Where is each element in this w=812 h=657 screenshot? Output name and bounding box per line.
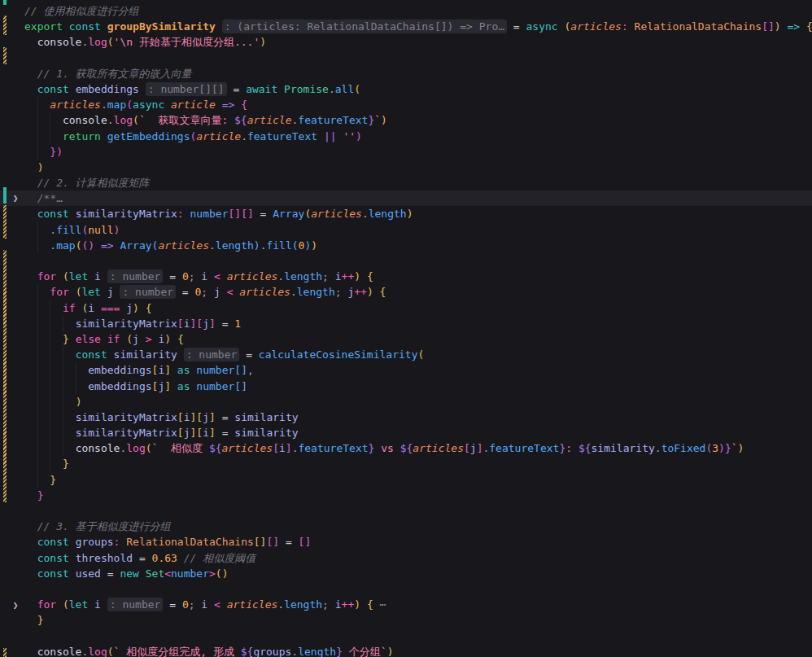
code-line[interactable] [0,253,812,269]
code-token: { [380,286,386,298]
code-line-text: // 1. 获取所有文章的嵌入向量 [24,68,192,80]
code-line[interactable]: // 使用相似度进行分组 [0,3,812,19]
code-token: ; [189,270,202,283]
code-line[interactable]: // 1. 获取所有文章的嵌入向量 [0,66,812,81]
indent-guide [37,331,38,347]
code-line[interactable]: similarityMatrix[i][j] = 1 [0,316,812,331]
code-token: getEmbeddings [107,130,190,142]
fold-chevron-icon[interactable]: ❯ [10,191,21,206]
code-token: length [216,239,254,252]
code-token: const [37,83,76,95]
code-token: : [565,442,578,454]
code-token: log [88,36,107,48]
code-token: similarityMatrix [76,411,177,423]
code-token: => [216,99,241,111]
code-line[interactable]: // 2. 计算相似度矩阵 [0,175,812,191]
code-line[interactable] [0,629,812,644]
code-line[interactable]: for (let i : number = 0; i < articles.le… [0,597,812,612]
gutter-modified-mark [3,15,7,35]
code-line[interactable]: embeddings[j] as number[] [0,379,812,394]
code-line[interactable]: const similarityMatrix: number[][] = Arr… [0,206,812,221]
code-token: > [209,567,216,580]
code-token: Array [120,239,151,252]
code-line[interactable]: similarityMatrix[i][j] = similarity [0,410,812,425]
code-token: ; [201,286,214,298]
code-line[interactable]: const groups: RelationalDataChains[][] =… [0,534,812,550]
code-line-text: if (i === j) { [24,302,152,314]
code-line[interactable]: } [0,472,812,488]
fold-chevron-icon[interactable]: ❯ [10,598,21,613]
code-line-text: }) [24,146,63,158]
code-token: i [94,270,101,283]
code-token: featureText [247,130,317,142]
code-line[interactable]: /**… [0,191,812,206]
code-line[interactable]: console.log(` 相似度分组完成, 形成 ${groups.lengt… [0,644,812,657]
code-line-text: console.log(` 获取文章向量: ${article.featureT… [24,114,387,126]
code-token: const [37,567,76,580]
indent-guide [37,347,38,362]
code-line[interactable]: console.log('\n 开始基于相似度分组...') [0,34,812,50]
code-line[interactable]: } else if (j > i) { [0,331,812,347]
code-line-text: return getEmbeddings(article.featureText… [24,130,362,142]
code-line[interactable] [0,50,812,66]
indent-guide [37,238,38,253]
code-token: || [317,130,343,142]
code-line-text: similarityMatrix[i][j] = similarity [24,411,299,423]
code-line[interactable]: const embeddings : number[][] = await Pr… [0,81,812,97]
code-line[interactable]: const similarity : number = calculateCos… [0,347,812,362]
code-line[interactable]: .fill(null) [0,222,812,238]
code-line[interactable]: for (let j : number = 0; j < articles.le… [0,284,812,300]
code-line[interactable]: // 3. 基于相似度进行分组 [0,519,812,534]
code-line[interactable]: ) [0,160,812,175]
code-token: ) [356,130,362,142]
code-token: '\n 开始基于相似度分组...' [114,36,260,48]
code-line[interactable]: return getEmbeddings(article.featureText… [0,129,812,144]
code-line[interactable]: articles.map(async article => { [0,97,812,112]
code-token: ) [381,114,387,126]
indent-guide [50,331,50,347]
code-line[interactable]: } [0,456,812,471]
code-token: 0 [182,270,189,283]
code-line[interactable] [0,503,812,519]
code-line-text: .map(() => Array(articles.length).fill(0… [24,239,317,252]
code-editor[interactable]: // 使用相似度进行分组export const groupBySimilari… [0,0,812,657]
code-token: ) [738,442,744,454]
code-token: articles [227,270,278,283]
code-line[interactable]: const used = new Set<number>() [0,566,812,581]
code-token: j [214,286,220,298]
code-token: ) [37,161,44,173]
code-line[interactable]: } [0,488,812,503]
code-token: => [94,239,120,252]
indent-guide [63,410,63,425]
code-token: ++ [354,286,367,298]
code-token: { [177,333,184,345]
code-token: articles [239,286,290,298]
indent-guide [63,394,63,410]
code-token: { [367,598,373,611]
code-token: . [50,239,56,252]
code-line[interactable]: for (let i : number = 0; i < articles.le… [0,269,812,284]
code-line[interactable]: } [0,612,812,628]
code-line[interactable] [0,581,812,597]
code-token: ) [114,224,120,236]
code-token: Set [146,567,164,580]
indent-guide [63,379,63,394]
code-token: . [277,598,284,611]
code-line[interactable]: similarityMatrix[j][i] = similarity [0,425,812,440]
code-line[interactable]: console.log(` 相似度 ${articles[i].featureT… [0,440,812,456]
code-token: j [107,286,114,298]
code-line-text: /**… [24,192,63,204]
code-line[interactable]: }) [0,144,812,160]
code-line[interactable]: embeddings[i] as number[], [0,362,812,378]
code-line[interactable]: const threshold = 0.63 // 相似度阈值 [0,550,812,566]
code-token: ] [164,364,171,376]
code-line-text: // 使用相似度进行分组 [24,5,138,17]
indent-guide [37,379,38,394]
code-line[interactable]: ) [0,394,812,410]
code-line[interactable]: export const groupBySimilarity : (articl… [0,19,812,34]
code-token: j [184,427,190,439]
code-line[interactable]: if (i === j) { [0,300,812,316]
code-token: toFixed [661,442,706,454]
code-line[interactable]: console.log(` 获取文章向量: ${article.featureT… [0,112,812,128]
code-line[interactable]: .map(() => Array(articles.length).fill(0… [0,238,812,253]
